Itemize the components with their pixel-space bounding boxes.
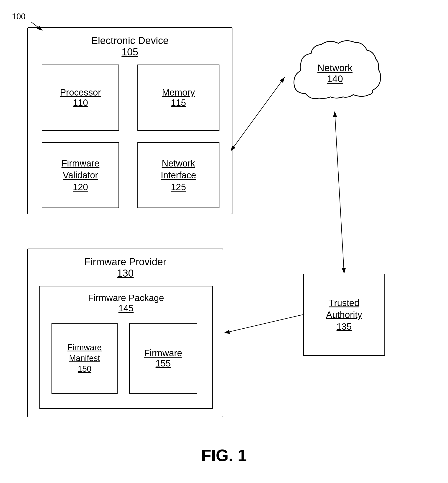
firmware-manifest-box: FirmwareManifest 150 [51,323,118,394]
network-label: Network 140 [317,63,352,84]
firmware-label: Firmware 155 [144,348,182,368]
firmware-package-title: Firmware Package 145 [40,293,212,313]
trusted-authority-label: TrustedAuthority 135 [326,297,362,333]
diagram-container: 100 Electronic Device 105 Processor 110 … [0,0,448,483]
firmware-package-box: Firmware Package 145 FirmwareManifest 15… [40,286,213,409]
fw-manifest-title: FirmwareManifest [67,342,102,364]
memory-box: Memory 115 [137,65,219,131]
firmware-manifest-label: FirmwareManifest 150 [67,342,102,374]
net-interface-title: NetworkInterface [161,157,196,181]
trusted-authority-box: TrustedAuthority 135 [303,274,385,356]
electronic-device-box: Electronic Device 105 Processor 110 Memo… [27,27,232,214]
firmware-provider-box: Firmware Provider 130 Firmware Package 1… [27,249,223,417]
firmware-validator-box: FirmwareValidator 120 [42,142,119,208]
svg-line-9 [224,315,303,333]
fw-validator-title: FirmwareValidator [62,157,100,181]
network-interface-label: NetworkInterface 125 [161,157,196,193]
svg-line-7 [233,78,284,147]
svg-line-8 [335,116,344,273]
electronic-device-title: Electronic Device 105 [28,35,232,58]
memory-label: Memory 115 [162,87,195,108]
label-100: 100 [12,12,25,21]
firmware-validator-label: FirmwareValidator 120 [62,157,100,193]
network-interface-box: NetworkInterface 125 [137,142,219,208]
processor-box: Processor 110 [42,65,119,131]
network-cloud: Network 140 [285,30,385,116]
firmware-box: Firmware 155 [129,323,197,394]
fig-label: FIG. 1 [201,446,247,465]
trusted-auth-title: TrustedAuthority [326,297,362,321]
firmware-provider-title: Firmware Provider 130 [28,256,223,279]
processor-label: Processor 110 [60,87,101,108]
